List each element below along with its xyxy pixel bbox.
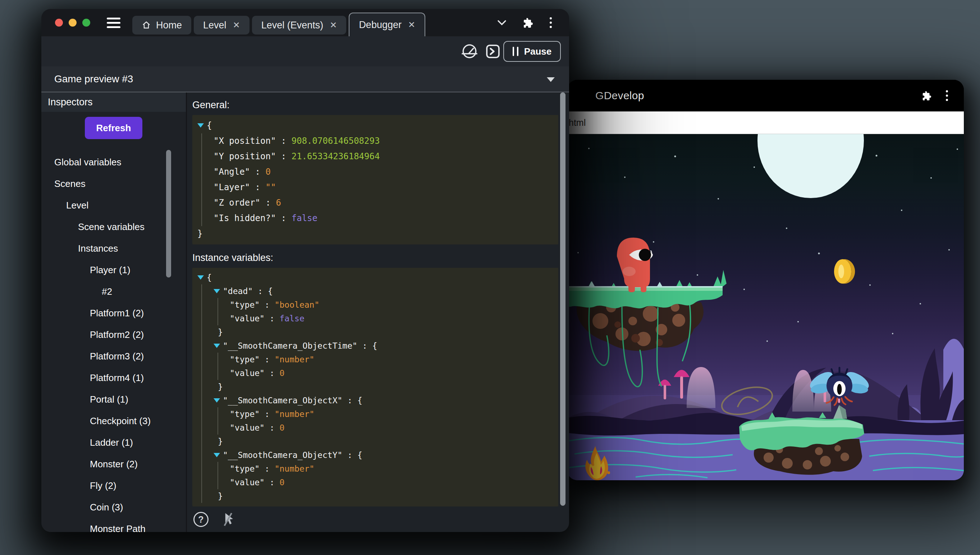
inspector-scrollbar[interactable] <box>560 92 566 506</box>
tab-label: Home <box>156 20 182 31</box>
console-icon[interactable] <box>485 43 501 59</box>
json-property-row: "Y position" : 21.65334236184964 <box>213 149 553 164</box>
refresh-button[interactable]: Refresh <box>85 117 143 139</box>
close-icon[interactable]: ✕ <box>408 21 415 29</box>
window-controls <box>55 19 90 27</box>
inspector-tree-item[interactable]: Global variables <box>41 151 186 173</box>
inspector-tree-item[interactable]: Scene variables <box>41 216 186 237</box>
inspector-tree-item[interactable]: Ladder (1) <box>41 432 186 453</box>
hamburger-menu-icon[interactable] <box>107 18 120 28</box>
json-root-row: { <box>197 271 553 284</box>
window-menu-kebab-icon[interactable] <box>946 90 948 101</box>
desktop: GDevelop html <box>0 0 980 555</box>
pick-element-disabled-icon[interactable] <box>221 512 234 527</box>
json-property-row: "Angle" : 0 <box>213 164 553 180</box>
browser-menu-kebab-icon[interactable] <box>550 17 552 28</box>
help-icon[interactable]: ? <box>193 512 209 527</box>
json-property-row: "type" : "number" <box>230 462 553 476</box>
tab-home[interactable]: Home <box>132 16 191 35</box>
minimize-window-button[interactable] <box>69 19 77 27</box>
tab-strip: HomeLevel✕Level (Events)✕Debugger✕ <box>132 9 425 36</box>
inspector-tree-item[interactable]: Platform3 (2) <box>41 345 186 367</box>
json-property-row: "X position" : 908.0706146508293 <box>213 133 553 149</box>
extensions-icon[interactable] <box>921 90 932 101</box>
address-text: html <box>567 117 585 128</box>
expand-caret-icon[interactable] <box>197 275 204 280</box>
debugger-window: HomeLevel✕Level (Events)✕Debugger✕ <box>41 9 569 532</box>
tab-label: Level <box>203 20 226 31</box>
json-variable-row: "__SmoothCamera_ObjectTime" : { <box>213 339 553 353</box>
close-icon[interactable]: ✕ <box>330 21 337 29</box>
extensions-icon[interactable] <box>522 17 534 28</box>
sidebar-header: Inspectors <box>41 92 186 112</box>
inspector-panel: General: {"X position" : 908.07061465082… <box>187 92 569 532</box>
debugger-toolbar: Pause <box>41 36 569 66</box>
zoom-window-button[interactable] <box>82 19 90 27</box>
inspector-tree-item[interactable]: Monster Path <box>41 518 186 532</box>
general-section-title: General: <box>192 99 569 111</box>
expand-caret-icon[interactable] <box>213 453 220 457</box>
inspector-tree-item[interactable]: Coin (3) <box>41 496 186 518</box>
json-property-row: "type" : "number" <box>230 407 553 421</box>
game-preview-window: GDevelop html <box>567 80 964 480</box>
tab-bar: HomeLevel✕Level (Events)✕Debugger✕ <box>41 9 569 36</box>
pause-icon <box>513 47 518 56</box>
inspector-tree-item[interactable]: Monster (2) <box>41 453 186 475</box>
inspector-tree-item[interactable]: Platform2 (2) <box>41 324 186 345</box>
json-property-row: "value" : 0 <box>230 476 553 489</box>
inspector-tree-item[interactable]: Portal (1) <box>41 388 186 410</box>
game-window-titlebar: GDevelop <box>567 80 964 111</box>
game-scene[interactable] <box>567 134 964 480</box>
inspector-tree-item[interactable]: Instances <box>41 237 186 259</box>
inspector-tree-item[interactable]: Scenes <box>41 173 186 194</box>
json-property-row: "type" : "boolean" <box>230 298 553 312</box>
json-property-row: "Is hidden?" : false <box>213 211 553 226</box>
pause-label: Pause <box>524 46 552 57</box>
json-property-row: "type" : "number" <box>230 353 553 366</box>
dropdown-caret-icon <box>547 77 555 82</box>
home-icon <box>142 21 151 30</box>
json-root-row: { <box>197 118 553 133</box>
expand-caret-icon[interactable] <box>213 344 220 348</box>
inspector-tree-item[interactable]: Level <box>41 194 186 216</box>
json-property-row: "value" : 0 <box>230 421 553 435</box>
json-variable-row: "__SmoothCamera_ObjectX" : { <box>213 394 553 407</box>
inspector-tree-item[interactable]: Fly (2) <box>41 475 186 496</box>
expand-caret-icon[interactable] <box>197 123 204 128</box>
inspector-tree-item[interactable]: Checkpoint (3) <box>41 410 186 432</box>
preview-selector-label: Game preview #3 <box>54 73 133 85</box>
game-window-addressbar[interactable]: html <box>567 111 964 134</box>
json-property-row: "Z order" : 6 <box>213 195 553 211</box>
expand-caret-icon[interactable] <box>213 398 220 403</box>
instance-variables-title: Instance variables: <box>192 252 569 263</box>
tab-debugger[interactable]: Debugger✕ <box>349 13 425 36</box>
coin <box>834 259 855 284</box>
close-window-button[interactable] <box>55 19 63 27</box>
pause-button[interactable]: Pause <box>503 41 561 62</box>
inspectors-sidebar: Inspectors Refresh Global variablesScene… <box>41 92 187 532</box>
close-icon[interactable]: ✕ <box>233 21 240 29</box>
json-variable-row: "__SmoothCamera_ObjectY" : { <box>213 448 553 462</box>
tab-level-events-[interactable]: Level (Events)✕ <box>252 16 346 35</box>
sidebar-scrollbar[interactable] <box>166 150 171 278</box>
tab-level[interactable]: Level✕ <box>194 16 250 35</box>
game-window-title: GDevelop <box>595 90 644 102</box>
json-variable-row: "dead" : { <box>213 284 553 298</box>
preview-selector[interactable]: Game preview #3 <box>41 66 569 92</box>
json-property-row: "value" : false <box>230 312 553 325</box>
profiler-gauge-icon[interactable] <box>461 43 478 60</box>
inspector-tree-item[interactable]: Platform4 (1) <box>41 367 186 388</box>
inspector-tree-item[interactable]: #2 <box>41 281 186 302</box>
json-property-row: "value" : 0 <box>230 366 553 380</box>
chevron-down-icon[interactable] <box>497 19 507 26</box>
tab-label: Level (Events) <box>261 20 324 31</box>
expand-caret-icon[interactable] <box>213 289 220 293</box>
inspector-tree-item[interactable]: Player (1) <box>41 259 186 281</box>
json-property-row: "Layer" : "" <box>213 180 553 195</box>
instance-variables-json-view: {"dead" : {"type" : "boolean""value" : f… <box>192 268 558 507</box>
general-json-view: {"X position" : 908.0706146508293"Y posi… <box>192 115 558 244</box>
tab-label: Debugger <box>359 19 401 30</box>
inspector-tree-item[interactable]: Platform1 (2) <box>41 302 186 324</box>
